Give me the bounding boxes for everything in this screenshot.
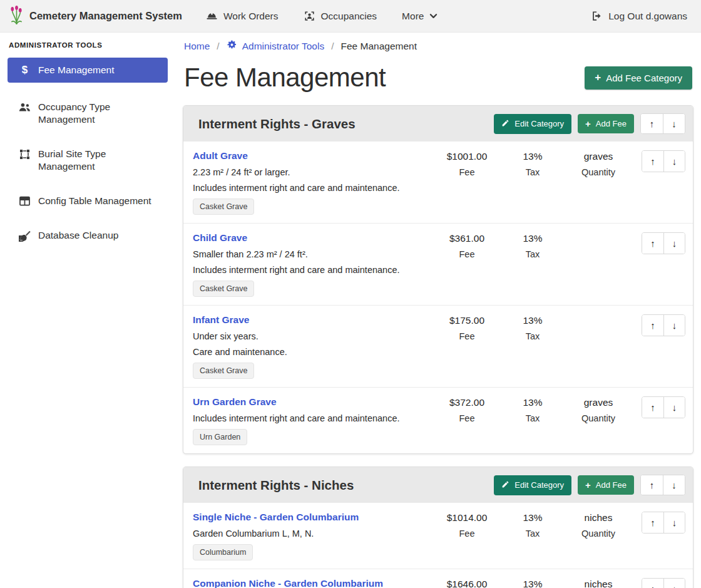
- tax-amount: 13%: [501, 315, 564, 326]
- nav-label: More: [402, 11, 424, 22]
- fee-description: Garden Columbarium L, M, N.: [193, 529, 432, 539]
- fee-type-badge: Casket Grave: [193, 199, 254, 215]
- breadcrumb-admin-tools-link[interactable]: Administrator Tools: [227, 39, 325, 53]
- move-category-down-button[interactable]: ↓: [663, 114, 685, 133]
- move-fee-down-button[interactable]: ↓: [663, 579, 685, 588]
- chevron-down-icon: [429, 13, 437, 19]
- category-title: Interment Rights - Graves: [198, 116, 356, 132]
- button-label: Edit Category: [514, 119, 564, 128]
- fee-type-badge: Urn Garden: [193, 429, 247, 445]
- category-reorder-group: ↑ ↓: [640, 475, 685, 495]
- move-fee-down-button[interactable]: ↓: [663, 151, 685, 172]
- fee-name-link[interactable]: Single Niche - Garden Columbarium: [193, 512, 359, 523]
- nav-occupancies[interactable]: Occupancies: [304, 10, 377, 22]
- people-icon: [18, 101, 31, 113]
- nav-more[interactable]: More: [402, 11, 437, 22]
- plus-icon: +: [585, 120, 591, 128]
- tax-amount: 13%: [501, 233, 564, 244]
- fee-description: Includes interment right and care and ma…: [193, 265, 432, 275]
- fee-label: Fee: [432, 331, 501, 341]
- button-label: Add Fee Category: [606, 73, 682, 83]
- tax-amount: 13%: [501, 151, 564, 162]
- move-fee-down-button[interactable]: ↓: [663, 233, 685, 254]
- sidebar-item-database-cleanup[interactable]: Database Cleanup: [8, 224, 168, 247]
- hard-hat-icon: [206, 10, 218, 22]
- button-label: Edit Category: [514, 480, 564, 490]
- fee-amount: $361.00: [432, 233, 501, 244]
- fee-name-link[interactable]: Child Grave: [193, 232, 247, 244]
- tax-label: Tax: [501, 331, 564, 341]
- plus-icon: +: [595, 73, 601, 82]
- breadcrumb-separator: /: [217, 41, 219, 52]
- fee-name-link[interactable]: Companion Niche - Garden Columbarium: [193, 578, 383, 588]
- category-header: Interment Rights - Niches Edit Category …: [183, 467, 693, 503]
- move-fee-up-button[interactable]: ↑: [642, 397, 663, 418]
- button-label: Add Fee: [596, 119, 627, 128]
- breadcrumb-current: Fee Management: [341, 41, 417, 52]
- nav-work-orders[interactable]: Work Orders: [206, 10, 279, 22]
- move-fee-down-button[interactable]: ↓: [663, 512, 685, 533]
- move-fee-up-button[interactable]: ↑: [642, 315, 663, 336]
- pencil-icon: [501, 119, 509, 129]
- quantity-unit: niches: [564, 512, 633, 524]
- edit-category-button[interactable]: Edit Category: [494, 475, 571, 495]
- move-category-down-button[interactable]: ↓: [663, 475, 685, 495]
- move-fee-up-button[interactable]: ↑: [642, 151, 663, 172]
- move-fee-up-button[interactable]: ↑: [642, 233, 663, 254]
- move-fee-up-button[interactable]: ↑: [642, 512, 663, 533]
- dollar-icon: $: [18, 64, 31, 76]
- add-fee-button[interactable]: + Add Fee: [578, 114, 634, 133]
- fee-row-single-niche: Single Niche - Garden Columbarium Garden…: [183, 503, 693, 569]
- breadcrumb-home-link[interactable]: Home: [184, 41, 210, 52]
- tax-label: Tax: [501, 167, 564, 177]
- fee-category-card-niches: Interment Rights - Niches Edit Category …: [183, 467, 693, 588]
- sidebar-item-burial-site-type[interactable]: Burial Site Type Management: [8, 142, 168, 178]
- page-title: Fee Management: [184, 63, 386, 93]
- move-category-up-button[interactable]: ↑: [641, 114, 663, 133]
- plot-frame-icon: [18, 148, 31, 160]
- sidebar-item-fee-management[interactable]: $ Fee Management: [8, 58, 168, 83]
- fee-category-card-graves: Interment Rights - Graves Edit Category …: [183, 105, 693, 454]
- fee-reorder-group: ↑↓: [642, 512, 685, 534]
- edit-category-button[interactable]: Edit Category: [494, 114, 571, 134]
- tax-label: Tax: [501, 413, 564, 423]
- sidebar-item-label: Database Cleanup: [38, 229, 118, 242]
- fee-name-link[interactable]: Urn Garden Grave: [193, 396, 277, 408]
- move-fee-down-button[interactable]: ↓: [663, 315, 685, 336]
- app-brand[interactable]: Cemetery Management System: [9, 5, 182, 27]
- nav-label: Occupancies: [321, 11, 377, 22]
- quantity-unit: graves: [564, 397, 633, 408]
- fee-description: 2.23 m² / 24 ft² or larger.: [193, 167, 432, 177]
- move-fee-up-button[interactable]: ↑: [642, 579, 663, 588]
- add-fee-button[interactable]: + Add Fee: [578, 475, 634, 495]
- fee-label: Fee: [432, 529, 501, 539]
- category-reorder-group: ↑ ↓: [640, 113, 685, 134]
- nav-label: Work Orders: [223, 11, 279, 22]
- breadcrumb-label: Administrator Tools: [242, 41, 325, 52]
- fee-reorder-group: ↑↓: [642, 396, 685, 418]
- fee-name-link[interactable]: Infant Grave: [193, 314, 249, 326]
- fee-description: Includes interment right and care and ma…: [193, 413, 432, 423]
- sidebar-item-occupancy-type[interactable]: Occupancy Type Management: [8, 95, 168, 132]
- move-category-up-button[interactable]: ↑: [641, 475, 663, 495]
- admin-sidebar: ADMINISTRATOR TOOLS $ Fee Management Occ…: [0, 33, 168, 258]
- fee-description: Care and maintenance.: [193, 347, 432, 357]
- sidebar-item-label: Config Table Management: [38, 195, 151, 207]
- fee-description: Smaller than 2.23 m² / 24 ft².: [193, 249, 432, 259]
- quantity-label: Quantity: [564, 167, 633, 177]
- fee-name-link[interactable]: Adult Grave: [193, 150, 248, 162]
- add-fee-category-button[interactable]: + Add Fee Category: [585, 66, 692, 90]
- sidebar-item-label: Occupancy Type Management: [38, 101, 161, 126]
- app-title: Cemetery Management System: [29, 10, 182, 22]
- fee-row-companion-niche: Companion Niche - Garden Columbarium Gar…: [183, 569, 693, 588]
- tax-label: Tax: [501, 529, 564, 539]
- fee-type-badge: Columbarium: [193, 544, 253, 560]
- breadcrumb-separator: /: [331, 41, 334, 52]
- fee-label: Fee: [432, 249, 501, 259]
- move-fee-down-button[interactable]: ↓: [663, 397, 685, 418]
- fee-reorder-group: ↑↓: [642, 150, 685, 172]
- logout-button[interactable]: Log Out d.gowans: [591, 10, 687, 22]
- fee-description: Includes interment right and care and ma…: [193, 183, 432, 193]
- fee-label: Fee: [432, 167, 501, 177]
- sidebar-item-config-table[interactable]: Config Table Management: [8, 189, 168, 213]
